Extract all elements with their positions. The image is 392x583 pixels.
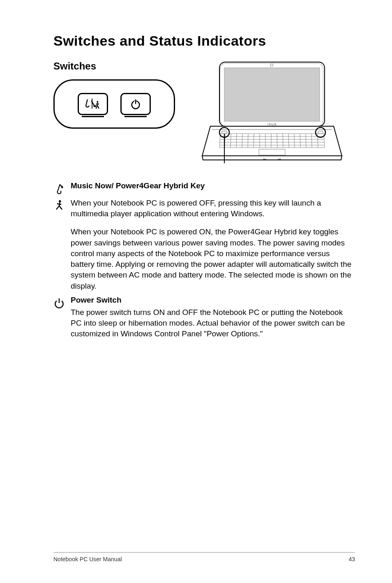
svg-line-27: [300, 134, 300, 148]
svg-rect-6: [224, 68, 320, 121]
svg-line-25: [288, 134, 289, 148]
right-column: /SUS: [194, 60, 350, 165]
laptop-illustration: /SUS: [194, 60, 350, 163]
section-heading-switches: Switches: [53, 60, 181, 72]
svg-text:/SUS: /SUS: [267, 123, 277, 126]
svg-point-1: [97, 101, 98, 103]
footer-page-number: 43: [348, 556, 355, 562]
svg-line-17: [242, 134, 242, 148]
music-key-heading-row: Music Now/ Power4Gear Hybrid Key: [53, 181, 355, 194]
top-row: Switches: [53, 60, 355, 165]
svg-line-18: [248, 134, 248, 148]
svg-line-15: [231, 134, 231, 148]
svg-line-14: [225, 134, 225, 148]
music-power4gear-key: [78, 93, 108, 115]
music-key-para2-block: When your Notebook PC is powered ON, the…: [53, 227, 355, 291]
music-power4gear-glyph-icon: [83, 98, 102, 110]
left-column: Switches: [53, 60, 181, 129]
music-key-para1: When your Notebook PC is powered OFF, pr…: [71, 198, 355, 219]
svg-rect-35: [318, 131, 323, 134]
svg-line-23: [277, 134, 277, 148]
page-title: Switches and Status Indicators: [53, 33, 355, 49]
svg-rect-7: [270, 64, 273, 66]
power-switch-title: Power Switch: [71, 296, 355, 305]
svg-line-26: [294, 134, 295, 148]
body-section: Music Now/ Power4Gear Hybrid Key When yo…: [53, 181, 355, 343]
power-switch-para: The power switch turns ON and OFF the No…: [71, 307, 355, 340]
switch-illustration-box: [53, 79, 175, 129]
page-footer: Notebook PC User Manual 43: [53, 552, 355, 562]
running-person-icon: [53, 199, 65, 211]
music-key-para2: When your Notebook PC is powered ON, the…: [71, 227, 355, 291]
svg-rect-31: [259, 149, 285, 155]
svg-point-38: [59, 200, 61, 202]
svg-line-29: [311, 134, 312, 148]
power-icon: [129, 98, 142, 110]
power-switch-row: Power Switch The power switch turns ON a…: [53, 296, 355, 344]
music-key-title: Music Now/ Power4Gear Hybrid Key: [71, 181, 355, 190]
music-key-para1-row: When your Notebook PC is powered OFF, pr…: [53, 198, 355, 223]
svg-line-28: [306, 134, 306, 148]
footer-left-text: Notebook PC User Manual: [53, 556, 122, 562]
music-note-icon: [53, 183, 65, 194]
svg-rect-33: [222, 131, 227, 134]
svg-line-19: [254, 134, 254, 148]
power-switch-key: [120, 93, 151, 115]
power-icon: [53, 297, 65, 309]
svg-line-24: [283, 134, 283, 148]
svg-line-16: [236, 134, 237, 148]
